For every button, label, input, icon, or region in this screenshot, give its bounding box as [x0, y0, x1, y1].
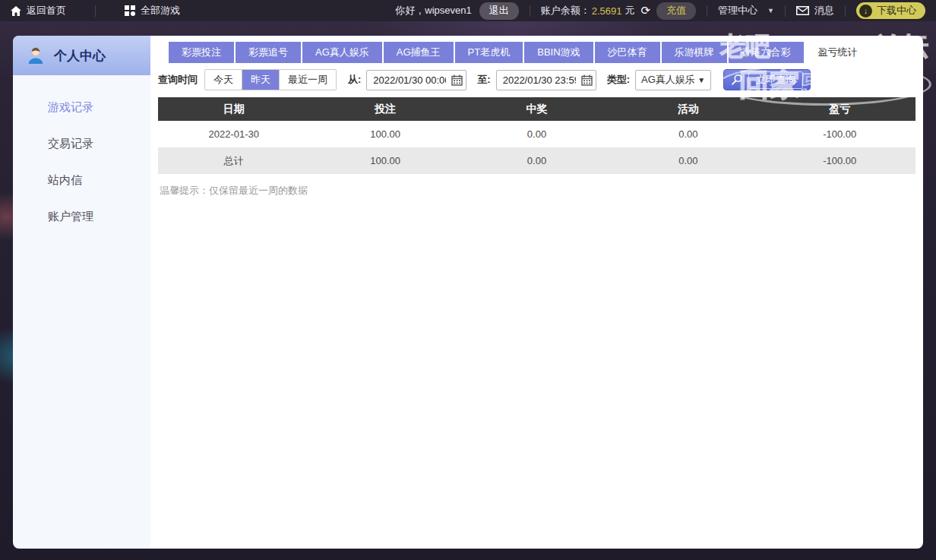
table-row: 2022-01-30 100.00 0.00 0.00 -100.00: [158, 121, 915, 147]
chevron-down-icon: ▼: [697, 76, 705, 84]
content-panel: 个人中心 游戏记录 交易记录 站内信 账户管理 彩票投注 彩票追号 AG真人娱乐…: [13, 36, 923, 549]
refresh-balance-icon[interactable]: ⟳: [641, 4, 651, 17]
chevron-down-icon: ▼: [767, 7, 774, 14]
admin-center-label: 管理中心: [718, 4, 757, 17]
topbar-divider: [95, 5, 96, 17]
cell-profit-loss: -100.00: [764, 147, 915, 174]
to-date-field: [496, 70, 596, 90]
topbar-divider: [785, 5, 786, 17]
cell-activity: 0.00: [612, 147, 764, 174]
type-label: 类型:: [607, 73, 630, 87]
messages-link[interactable]: 消息: [796, 4, 834, 17]
sidebar-title: 个人中心: [54, 47, 106, 65]
grid-icon: [125, 5, 135, 16]
topbar-divider: [707, 5, 707, 17]
calendar-icon[interactable]: [451, 74, 463, 86]
tab-bbin-games[interactable]: BBIN游戏: [524, 42, 593, 63]
table-header-row: 日期 投注 中奖 活动 盈亏: [158, 97, 915, 121]
cell-date: 总计: [158, 147, 309, 174]
greeting-text: 你好，wipseven1: [395, 4, 471, 17]
tab-hk-mark-six[interactable]: 香港六合彩: [729, 42, 804, 63]
recharge-button[interactable]: 充值: [656, 2, 696, 20]
all-games-label: 全部游戏: [141, 4, 180, 17]
topbar: 返回首页 全部游戏 你好，wipseven1 退出 账户余额： 2.5691 元…: [0, 0, 936, 21]
sidebar-header: 个人中心: [13, 36, 150, 75]
cell-profit-loss: -100.00: [764, 121, 915, 147]
home-link[interactable]: 返回首页: [11, 4, 66, 17]
sidebar-item-game-records[interactable]: 游戏记录: [13, 89, 150, 125]
sidebar-item-site-mail[interactable]: 站内信: [13, 162, 150, 198]
tab-leyou-chess[interactable]: 乐游棋牌: [662, 42, 727, 63]
from-date-field: [366, 70, 466, 90]
all-games-link[interactable]: 全部游戏: [125, 4, 180, 17]
table-total-row: 总计 100.00 0.00 0.00 -100.00: [158, 147, 915, 174]
envelope-icon: [796, 6, 809, 15]
tab-lottery-bet[interactable]: 彩票投注: [169, 42, 234, 63]
home-icon: [11, 6, 21, 16]
main-content: 彩票投注 彩票追号 AG真人娱乐 AG捕鱼王 PT老虎机 BBIN游戏 沙巴体育…: [150, 36, 923, 549]
download-icon: ↓: [859, 5, 872, 17]
home-label: 返回首页: [27, 4, 66, 17]
topbar-divider: [845, 5, 846, 17]
query-button-label: 立即查询: [748, 71, 803, 89]
col-profit-loss: 盈亏: [764, 97, 915, 121]
balance-unit: 元: [625, 4, 635, 17]
col-win: 中奖: [461, 97, 612, 121]
tab-ag-fishing[interactable]: AG捕鱼王: [384, 42, 454, 63]
query-filters: 查询时间 今天 昨天 最近一周 从: 至: 类型:: [158, 69, 915, 90]
sidebar-item-transaction-records[interactable]: 交易记录: [13, 125, 150, 162]
sidebar: 个人中心 游戏记录 交易记录 站内信 账户管理: [13, 36, 150, 549]
calendar-icon[interactable]: [581, 74, 593, 86]
yesterday-button[interactable]: 昨天: [242, 70, 279, 90]
col-bet: 投注: [309, 97, 460, 121]
topbar-divider: [530, 5, 530, 17]
tab-lottery-chase[interactable]: 彩票追号: [236, 42, 301, 63]
query-button[interactable]: 立即查询: [723, 69, 811, 90]
download-center-label: 下载中心: [877, 4, 916, 17]
today-button[interactable]: 今天: [205, 70, 242, 90]
col-activity: 活动: [612, 97, 764, 121]
magnifier-icon: [731, 74, 743, 86]
game-type-tabs: 彩票投注 彩票追号 AG真人娱乐 AG捕鱼王 PT老虎机 BBIN游戏 沙巴体育…: [169, 42, 915, 63]
balance-label: 账户余额：: [541, 4, 590, 17]
cell-win: 0.00: [461, 121, 612, 147]
cell-bet: 100.00: [309, 147, 460, 174]
type-select-value: AG真人娱乐: [641, 73, 695, 87]
sidebar-item-account-management[interactable]: 账户管理: [13, 198, 150, 235]
cell-win: 0.00: [461, 147, 612, 174]
sidebar-menu: 游戏记录 交易记录 站内信 账户管理: [13, 75, 150, 235]
from-label: 从:: [348, 73, 361, 87]
download-center-button[interactable]: ↓ 下载中心: [856, 2, 925, 19]
cell-bet: 100.00: [309, 121, 460, 147]
logout-button[interactable]: 退出: [479, 2, 519, 20]
tab-pt-slots[interactable]: PT老虎机: [455, 42, 523, 63]
retention-note: 温馨提示：仅保留最近一周的数据: [160, 184, 915, 198]
type-select[interactable]: AG真人娱乐 ▼: [635, 70, 711, 90]
tab-ag-live[interactable]: AG真人娱乐: [302, 42, 382, 63]
to-label: 至:: [477, 73, 490, 87]
messages-label: 消息: [814, 4, 834, 17]
avatar: [26, 46, 46, 65]
cell-activity: 0.00: [612, 121, 764, 147]
time-range-group: 今天 昨天 最近一周: [204, 69, 337, 90]
records-table: 日期 投注 中奖 活动 盈亏 2022-01-30 100.00 0.00 0.…: [158, 97, 915, 174]
tab-saba-sports[interactable]: 沙巴体育: [595, 42, 660, 63]
query-time-label: 查询时间: [158, 73, 198, 87]
tab-profit-loss-stats[interactable]: 盈亏统计: [805, 42, 871, 63]
balance-value: 2.5691: [592, 5, 622, 17]
col-date: 日期: [158, 97, 309, 121]
admin-center-menu[interactable]: 管理中心 ▼: [718, 4, 774, 17]
last-week-button[interactable]: 最近一周: [279, 70, 336, 90]
cell-date: 2022-01-30: [158, 121, 309, 147]
